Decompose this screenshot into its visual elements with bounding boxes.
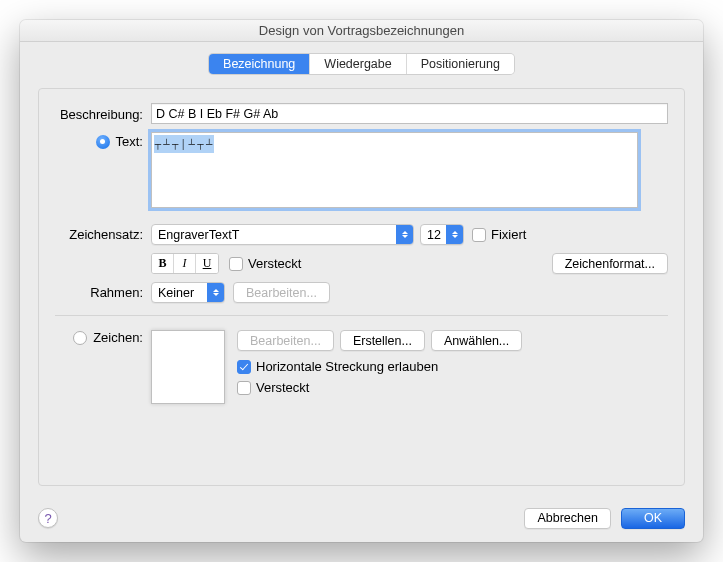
underline-button[interactable]: U	[196, 254, 218, 273]
versteckt-text-label: Versteckt	[248, 256, 301, 271]
text-radio-label: Text:	[116, 134, 143, 149]
bold-button[interactable]: B	[152, 254, 174, 273]
help-button[interactable]: ?	[38, 508, 58, 528]
zeichen-radio[interactable]	[73, 331, 87, 345]
rahmen-bearbeiten-button[interactable]: Bearbeiten...	[233, 282, 330, 303]
horiz-streckung-label: Horizontale Streckung erlauben	[256, 359, 438, 374]
stepper-arrows-icon	[207, 283, 224, 302]
zeichen-radio-label: Zeichen:	[93, 330, 143, 345]
help-icon: ?	[44, 511, 51, 526]
italic-button[interactable]: I	[174, 254, 196, 273]
anwaehlen-button[interactable]: Anwählen...	[431, 330, 522, 351]
beschreibung-label: Beschreibung:	[55, 103, 151, 122]
tab-bezeichnung[interactable]: Bezeichnung	[209, 54, 310, 74]
divider	[55, 315, 668, 316]
tab-bar: Bezeichnung Wiedergabe Positionierung	[20, 54, 703, 74]
zeichenformat-button[interactable]: Zeichenformat...	[552, 253, 668, 274]
text-editor[interactable]: ┬┴┬│┴┬┴	[151, 132, 638, 208]
dialog-window: Design von Vortragsbezeichnungen Bezeich…	[20, 20, 703, 542]
tab-positionierung[interactable]: Positionierung	[407, 54, 514, 74]
zeichen-bearbeiten-button[interactable]: Bearbeiten...	[237, 330, 334, 351]
versteckt-zeichen-checkbox[interactable]	[237, 381, 251, 395]
fixiert-checkbox[interactable]	[472, 228, 486, 242]
horiz-streckung-checkbox[interactable]	[237, 360, 251, 374]
zeichensatz-label: Zeichensatz:	[55, 227, 151, 242]
tab-wiedergabe[interactable]: Wiedergabe	[310, 54, 406, 74]
dialog-footer: ? Abbrechen OK	[20, 494, 703, 542]
style-buttons: B I U	[151, 253, 219, 274]
beschreibung-input[interactable]	[151, 103, 668, 124]
rahmen-select[interactable]: Keiner	[151, 282, 225, 303]
rahmen-label: Rahmen:	[55, 285, 151, 300]
font-select[interactable]: EngraverTextT	[151, 224, 414, 245]
erstellen-button[interactable]: Erstellen...	[340, 330, 425, 351]
zeichen-preview	[151, 330, 225, 404]
versteckt-text-checkbox[interactable]	[229, 257, 243, 271]
versteckt-zeichen-label: Versteckt	[256, 380, 309, 395]
content-panel: Beschreibung: Text: ┬┴┬│┴┬┴	[38, 88, 685, 486]
stepper-arrows-icon	[396, 225, 413, 244]
cancel-button[interactable]: Abbrechen	[524, 508, 610, 529]
notation-preview: ┬┴┬│┴┬┴	[154, 135, 214, 153]
fixiert-label: Fixiert	[491, 227, 526, 242]
font-size-select[interactable]: 12	[420, 224, 464, 245]
ok-button[interactable]: OK	[621, 508, 685, 529]
window-title: Design von Vortragsbezeichnungen	[20, 20, 703, 42]
stepper-arrows-icon	[446, 225, 463, 244]
text-radio[interactable]	[96, 135, 110, 149]
